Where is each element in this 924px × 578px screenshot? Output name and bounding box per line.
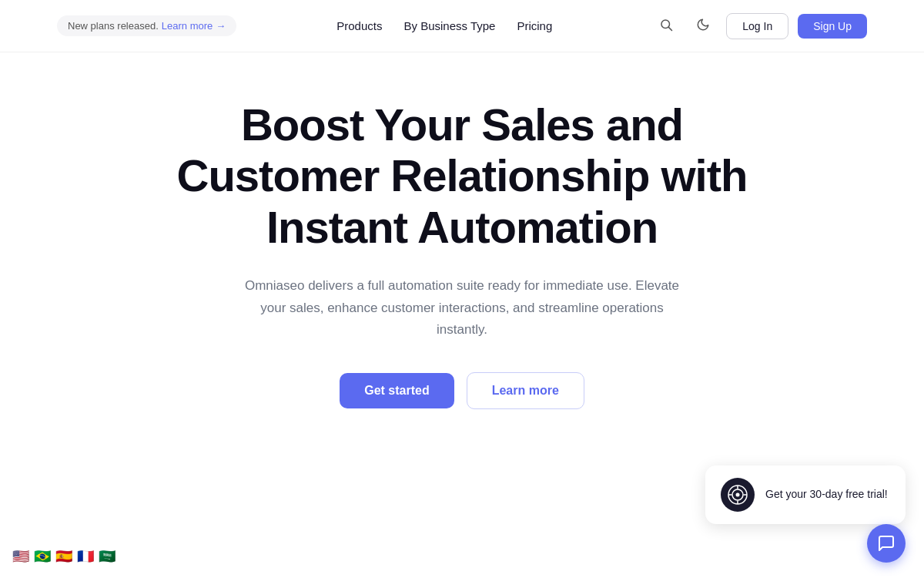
hero-title: Boost Your Sales and Customer Relationsh…: [154, 99, 770, 254]
navbar: New plans released. Learn more → Product…: [0, 0, 924, 52]
nav-by-business-type[interactable]: By Business Type: [403, 19, 495, 32]
announcement-arrow: →: [216, 20, 226, 32]
flag-us[interactable]: 🇺🇸: [12, 550, 31, 563]
nav-actions: Log In Sign Up: [652, 12, 867, 40]
learn-more-button[interactable]: Learn more: [467, 372, 584, 409]
announcement-pill: New plans released. Learn more →: [57, 15, 236, 36]
announcement-link[interactable]: Learn more: [162, 20, 213, 32]
announcement-text: New plans released.: [68, 20, 159, 32]
nav-links: Products By Business Type Pricing: [255, 19, 634, 32]
hero-buttons: Get started Learn more: [340, 372, 584, 409]
dark-mode-button[interactable]: [689, 12, 717, 40]
login-button[interactable]: Log In: [726, 13, 788, 39]
search-icon: [659, 18, 673, 35]
get-started-button[interactable]: Get started: [340, 373, 454, 408]
hero-subtitle: Omniaseo delivers a full automation suit…: [239, 275, 685, 342]
nav-products[interactable]: Products: [336, 19, 382, 32]
hero-section: Boost Your Sales and Customer Relationsh…: [0, 0, 924, 462]
flag-fr[interactable]: 🇫🇷: [77, 550, 95, 563]
chat-fab-button[interactable]: [867, 524, 906, 563]
nav-pricing[interactable]: Pricing: [517, 19, 552, 32]
svg-line-1: [669, 27, 672, 30]
svg-point-4: [736, 493, 740, 497]
chat-logo: [721, 478, 755, 512]
search-button[interactable]: [652, 12, 680, 40]
flag-sa[interactable]: 🇸🇦: [99, 550, 117, 563]
moon-icon: [696, 18, 710, 35]
flag-br[interactable]: 🇧🇷: [34, 550, 52, 563]
flag-es[interactable]: 🇪🇸: [55, 550, 74, 563]
language-bar: 🇺🇸 🇧🇷 🇪🇸 🇫🇷 🇸🇦: [12, 550, 117, 563]
signup-button[interactable]: Sign Up: [798, 14, 867, 39]
chat-widget-text: Get your 30-day free trial!: [765, 487, 888, 502]
chat-widget: Get your 30-day free trial!: [705, 465, 906, 524]
